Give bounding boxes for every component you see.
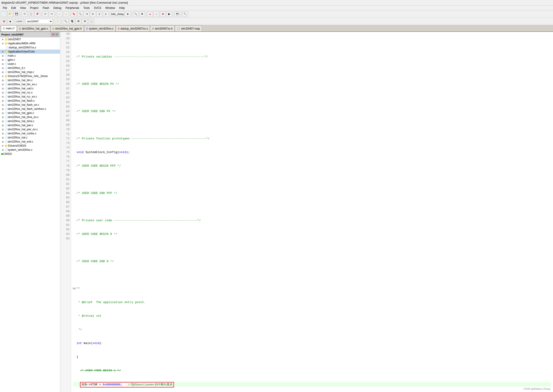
- config-btn[interactable]: ⚙: [139, 11, 145, 17]
- tb2-download-btn[interactable]: ⬇: [82, 19, 88, 24]
- tab-map[interactable]: 📋 stm32f407.map: [175, 26, 202, 31]
- insert-btn[interactable]: HAL_Delay: [111, 11, 124, 17]
- tree-expand-hal-dma[interactable]: ⊞: [1, 119, 5, 123]
- tb2-stop-btn[interactable]: ⬜: [88, 19, 94, 24]
- tree-expand-drivers-hal[interactable]: ▼: [1, 74, 5, 78]
- tree-hal-tim[interactable]: ⊞ 📄 stm32f4xx_hal_tim.c: [0, 78, 60, 82]
- tree-hal-tim-ex[interactable]: ⊞ 📄 stm32f4xx_hal_tim_ex.c: [0, 82, 60, 86]
- red-dot-btn[interactable]: ●: [147, 11, 153, 17]
- tab-startup-s[interactable]: S startup_stm32f407xx.s: [116, 26, 150, 31]
- tree-expand-hal-pwr[interactable]: ⊞: [1, 124, 5, 127]
- tree-hal-flash[interactable]: ⊞ 📄 stm32f4xx_hal_flash.c: [0, 99, 60, 103]
- tree-expand-msp[interactable]: ⊞: [1, 70, 5, 74]
- tree-startup-s[interactable]: 📄 startup_stm32f407xx.s: [0, 45, 60, 49]
- menu-peripherals[interactable]: Peripherals: [64, 6, 81, 10]
- tab-system-c[interactable]: C system_stm32f4xx.c: [84, 26, 116, 31]
- menu-view[interactable]: View: [18, 6, 28, 10]
- tree-it-c[interactable]: ⊞ 📄 stm32f4xx_it.c: [0, 66, 60, 70]
- tree-hal-exti[interactable]: ⊞ 📄 stm32f4xx_hal_exti.c: [0, 140, 60, 144]
- tree-hal-pwr[interactable]: ⊞ 📄 stm32f4xx_hal_pwr.c: [0, 123, 60, 127]
- bookmark-btn[interactable]: 🔖: [71, 11, 77, 17]
- tree-app-mdk[interactable]: ▼ 📁 Application/MDK-ARM: [0, 41, 60, 45]
- debug-btn[interactable]: ⊗: [160, 11, 166, 17]
- redo-btn[interactable]: ↪: [49, 11, 55, 17]
- tab-stm32-h[interactable]: H stm32f407xx.h: [150, 26, 175, 31]
- tree-main-c[interactable]: ⊞ 📄 main.c: [0, 54, 60, 58]
- tree-hal-dma[interactable]: ⊞ 📄 stm32f4xx_hal_dma.c: [0, 119, 60, 123]
- dropdown-btn[interactable]: ▼: [125, 11, 131, 17]
- circle-btn[interactable]: ○: [154, 11, 159, 17]
- open-btn[interactable]: 📂: [7, 11, 13, 17]
- tree-root[interactable]: ▼ 📁 stm32f407: [0, 37, 60, 41]
- menu-tools[interactable]: Tools: [82, 6, 92, 10]
- menu-project[interactable]: Project: [28, 6, 40, 10]
- tree-usart-c[interactable]: ⊞ 📄 usart.c: [0, 62, 60, 66]
- tree-expand-hal-dma-ex[interactable]: ⊞: [1, 115, 5, 119]
- tree-hal-uart[interactable]: ⊞ 📄 stm32f4xx_hal_uart.c: [0, 86, 60, 91]
- nav-fwd-btn[interactable]: →: [63, 11, 69, 17]
- nav-back-btn[interactable]: ←: [57, 11, 63, 17]
- tree-hal-gpio2[interactable]: ⊞ 📄 stm32f4xx_hal_gpio.c: [0, 111, 60, 115]
- tree-hal-rcc[interactable]: ⊞ 📄 stm32f4xx_hal_rcc.c: [0, 91, 60, 95]
- tree-cmsis[interactable]: ▼ 📁 Drivers/CMSIS: [0, 144, 60, 148]
- tree-hal-flash-ramfunc[interactable]: ⊞ 📄 stm32f4xx_hal_flash_ramfunc.c: [0, 107, 60, 111]
- tree-expand-it[interactable]: ⊞: [1, 66, 5, 70]
- tree-hal-dma-ex[interactable]: ⊞ 📄 stm32f4xx_hal_dma_ex.c: [0, 115, 60, 119]
- tab-main-c[interactable]: C main.c*: [1, 26, 17, 31]
- tb2-btn3[interactable]: LOAD: [15, 19, 23, 24]
- tree-app-user[interactable]: ▼ 📁 Application/User/Core: [0, 49, 60, 54]
- tree-expand-hal-gpio2[interactable]: ⊞: [1, 111, 5, 115]
- tb2-btn2[interactable]: ◉: [7, 19, 13, 24]
- tb2-build-btn[interactable]: 🏗: [69, 19, 75, 24]
- uncomment-btn[interactable]: //: [103, 11, 109, 17]
- tree-hal-rcc-ex[interactable]: ⊞ 📄 stm32f4xx_hal_rcc_ex.c: [0, 95, 60, 99]
- undo-btn[interactable]: ↩: [42, 11, 48, 17]
- tb2-compile-btn[interactable]: 🔨: [63, 19, 69, 24]
- code-lines[interactable]: /* Private variables -------------------…: [71, 32, 553, 392]
- new-file-btn[interactable]: 📄: [1, 11, 7, 17]
- tree-expand-hal-flash-ramfunc[interactable]: ⊞: [1, 107, 5, 111]
- tools2-btn[interactable]: 🔧: [182, 11, 188, 17]
- tb2-rebuild-btn[interactable]: ♻: [76, 19, 81, 24]
- menu-edit[interactable]: Edit: [9, 6, 18, 10]
- tree-hal-pwr-ex[interactable]: ⊞ 📄 stm32f4xx_hal_pwr_ex.c: [0, 127, 60, 131]
- tree-system-c[interactable]: ⊞ 📄 system_stm32f4xx.c: [0, 148, 60, 152]
- tree-expand-gpio[interactable]: ⊞: [1, 58, 5, 62]
- save-btn[interactable]: 💾: [14, 11, 20, 17]
- tree-hal[interactable]: ⊞ 📄 stm32f4xx_hal.c: [0, 135, 60, 140]
- tree-cmsis-diamond[interactable]: ◆ CMSIS: [0, 152, 60, 156]
- tree-expand-hal-exti[interactable]: ⊞: [1, 140, 5, 143]
- menu-debug[interactable]: Debug: [52, 6, 63, 10]
- indent-btn[interactable]: ⇥: [84, 11, 90, 17]
- tree-expand-hal-tim-ex[interactable]: ⊞: [1, 83, 5, 86]
- tree-expand-cmsis[interactable]: ▼: [1, 144, 5, 147]
- tree-expand-app-user[interactable]: ▼: [1, 50, 5, 53]
- menu-window[interactable]: Window: [104, 6, 117, 10]
- tree-expand-hal-rcc-ex[interactable]: ⊞: [1, 95, 5, 98]
- find-btn[interactable]: 🔍: [77, 11, 83, 17]
- tb2-wand-btn[interactable]: ✨: [55, 19, 61, 24]
- menu-file[interactable]: File: [1, 6, 9, 10]
- comment-btn[interactable]: //: [96, 11, 102, 17]
- window-btn[interactable]: 🗔: [174, 11, 180, 17]
- sidebar-close-btn[interactable]: ✕: [55, 33, 59, 36]
- tab-hal-gpio-h[interactable]: H stm32f4xx_hal_gpio.h: [50, 26, 84, 31]
- tree-expand-hal-pwr-ex[interactable]: ⊞: [1, 127, 5, 131]
- code-area[interactable]: 49 50 51 52 53 54 55 56 57 58 59 60 61 6…: [60, 32, 553, 392]
- tree-expand-hal-flash-ex[interactable]: ⊞: [1, 103, 5, 107]
- tree-expand-hal-rcc[interactable]: ⊞: [1, 91, 5, 94]
- menu-flash[interactable]: Flash: [41, 6, 51, 10]
- tree-expand-hal-flash[interactable]: ⊞: [1, 99, 5, 103]
- tree-hal-flash-ex[interactable]: ⊞ 📄 stm32f4xx_hal_flash_ex.c: [0, 103, 60, 107]
- tree-expand-main-c[interactable]: ⊞: [1, 54, 5, 57]
- tree-expand-app-mdk[interactable]: ▼: [1, 42, 5, 45]
- tree-expand-hal-cortex[interactable]: ⊞: [1, 132, 5, 135]
- tree-expand-hal[interactable]: ⊞: [1, 136, 5, 139]
- menu-help[interactable]: Help: [117, 6, 127, 10]
- outdent-btn[interactable]: ⇤: [90, 11, 96, 17]
- tree-expand-system-c[interactable]: ⊞: [1, 148, 5, 152]
- run-btn[interactable]: ▶: [166, 11, 172, 17]
- tree-expand-hal-uart[interactable]: ⊞: [1, 87, 5, 90]
- tree-expand-root[interactable]: ▼: [1, 37, 5, 41]
- tree-expand-hal-tim[interactable]: ⊞: [1, 78, 5, 82]
